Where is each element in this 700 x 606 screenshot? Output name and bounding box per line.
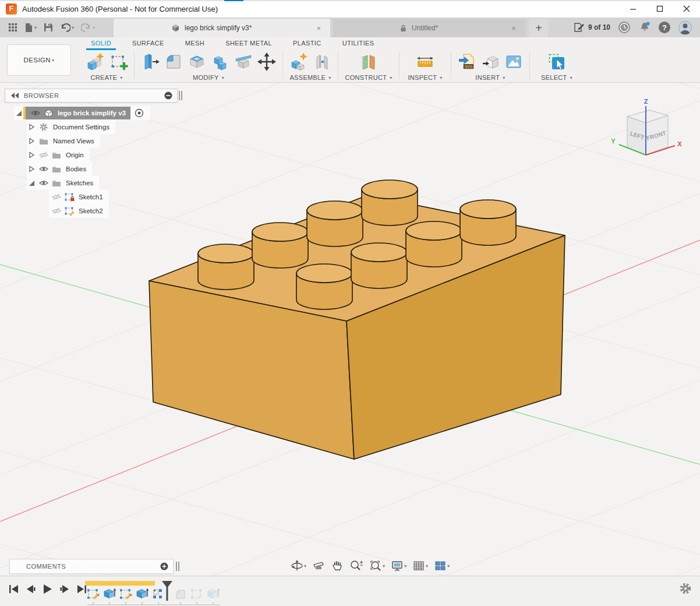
redo-button[interactable]: ▾ [79,21,97,34]
select-button[interactable] [546,51,568,73]
visibility-eye-icon[interactable] [38,179,49,186]
fit-button[interactable]: ▾ [368,558,386,573]
orbit-button[interactable]: ▾ [289,558,307,573]
group-label-inspect[interactable]: INSPECT ▾ [408,73,442,82]
timeline-settings-button[interactable] [679,582,692,595]
activate-component-radio[interactable] [134,108,144,118]
move-copy-button[interactable] [256,51,278,73]
timeline-feature-sketch2[interactable] [118,586,134,601]
tree-row-sketches[interactable]: Sketches [27,176,99,190]
timeline-position-marker[interactable] [161,580,174,602]
step-forward-button[interactable] [59,583,70,595]
joint-button[interactable] [311,51,333,73]
fillet-button[interactable] [162,51,185,73]
job-status-button[interactable] [617,20,631,34]
viewports-button[interactable]: ▾ [433,558,451,573]
create-sketch-button[interactable] [107,51,129,73]
play-button[interactable] [42,583,54,595]
group-label-insert[interactable]: INSERT ▾ [475,73,505,82]
file-menu-button[interactable]: ▾ [22,21,39,34]
visibility-eye-off-icon[interactable] [51,193,62,201]
group-label-select[interactable]: SELECT ▾ [541,73,572,82]
timeline-feature-sketch-suppressed[interactable] [189,586,205,601]
group-label-modify[interactable]: MODIFY ▾ [193,73,224,82]
document-tab-active[interactable]: lego brick simplify v3* × [114,19,330,37]
tree-row-root[interactable]: lego brick simplify v3 [14,106,150,120]
expand-toggle[interactable] [27,165,36,172]
timeline-feature-fillet-suppressed[interactable] [172,586,189,601]
grid-settings-button[interactable]: ▾ [411,558,429,573]
tree-row-bodies[interactable]: Bodies [27,162,92,176]
insert-svg-button[interactable]: SVG [456,51,478,73]
save-button[interactable] [41,21,55,34]
tab-plastic[interactable]: PLASTIC [282,37,332,50]
measure-button[interactable] [414,51,436,73]
timeline-feature-extrude-suppressed[interactable] [205,586,221,601]
look-at-button[interactable] [311,558,326,573]
tree-row-named-views[interactable]: Named Views [27,134,100,148]
timeline-feature-extrude2[interactable] [134,586,150,601]
step-back-button[interactable] [25,583,37,595]
visibility-eye-icon[interactable] [30,110,41,117]
tab-mesh[interactable]: MESH [175,37,215,50]
tab-close-icon[interactable]: × [314,24,323,33]
tab-utilities[interactable]: UTILITIES [332,37,385,50]
timeline-feature-extrude1[interactable] [101,586,118,601]
collapse-panel-icon[interactable] [11,93,19,98]
construction-plane-button[interactable] [358,51,380,73]
tree-row-document-settings[interactable]: Document Settings [27,120,115,134]
tab-sheet-metal[interactable]: SHEET METAL [215,37,282,50]
tab-close-icon[interactable]: × [509,24,518,33]
workspace-switcher[interactable]: DESIGN ▾ [7,44,71,76]
press-pull-button[interactable] [139,51,161,73]
combine-button[interactable] [209,51,231,73]
group-label-create[interactable]: CREATE ▾ [91,73,123,82]
user-avatar[interactable] [678,20,692,35]
help-button[interactable]: ? [657,20,671,34]
app-grid-button[interactable] [6,21,20,34]
view-cube[interactable]: LEFT FRONT Z X Y [605,98,684,165]
tab-solid[interactable]: SOLID [80,37,122,50]
browser-collapse-all-button[interactable] [164,91,172,100]
pan-button[interactable] [330,558,345,573]
group-label-construct[interactable]: CONSTRUCT ▾ [345,73,392,82]
new-solid-button[interactable] [84,51,106,73]
visibility-eye-off-icon[interactable] [51,207,62,215]
tree-row-sketch2[interactable]: Sketch2 [49,204,109,218]
visibility-eye-icon[interactable] [38,165,49,172]
add-comment-button[interactable] [160,562,168,570]
editable-documents-quota[interactable]: 9 of 10 [574,17,610,37]
document-tab-inactive[interactable]: Untitled* × [333,19,525,37]
split-body-button[interactable] [232,51,254,73]
expand-toggle[interactable] [27,124,36,131]
new-component-button[interactable] [288,51,310,73]
expand-toggle[interactable] [27,138,36,145]
tab-surface[interactable]: SURFACE [122,37,175,50]
group-label-assemble[interactable]: ASSEMBLE ▾ [289,73,331,82]
timeline-feature-sketch1[interactable] [85,586,101,601]
tree-row-sketch1[interactable]: Sketch1 [49,190,109,204]
lego-brick-body[interactable] [149,180,565,459]
tree-row-origin[interactable]: Origin [27,148,90,162]
comments-resize-grip[interactable] [176,562,181,571]
viewport[interactable]: BROWSER [0,83,700,576]
new-tab-button[interactable]: + [529,19,549,37]
undo-button[interactable]: ▾ [58,21,76,34]
shell-button[interactable] [186,51,208,73]
visibility-eye-off-icon[interactable] [38,152,49,159]
expand-toggle[interactable] [27,152,36,158]
go-to-start-button[interactable] [8,583,20,595]
notifications-button[interactable] [638,20,652,34]
close-button[interactable] [673,0,700,17]
canvas-button[interactable] [503,51,525,73]
minimize-button[interactable] [620,0,646,17]
derive-button[interactable] [479,51,501,73]
maximize-button[interactable] [646,0,673,17]
browser-header[interactable]: BROWSER [5,89,178,103]
zoom-button[interactable] [348,558,365,573]
browser-resize-grip[interactable] [179,91,183,100]
comments-panel[interactable]: COMMENTS [9,559,174,574]
expand-toggle[interactable] [14,109,23,117]
expand-toggle[interactable] [27,179,36,187]
display-settings-button[interactable]: ▾ [390,558,408,573]
